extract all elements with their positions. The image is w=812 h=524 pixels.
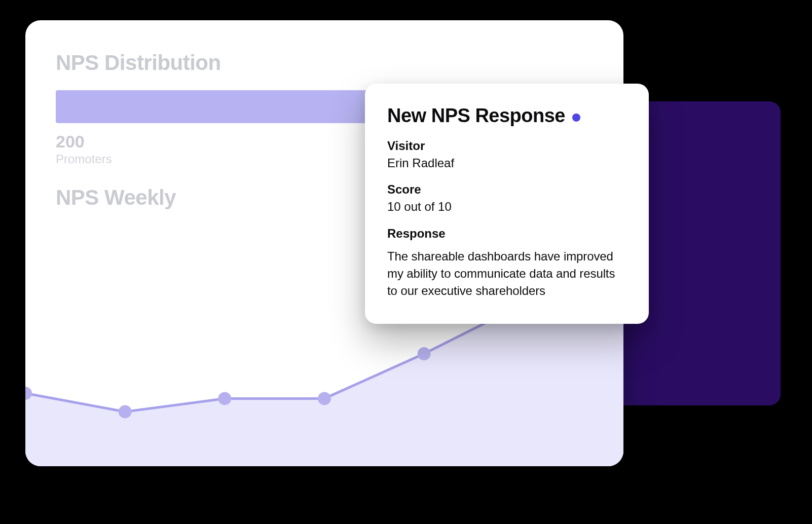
visitor-value: Erin Radleaf: [387, 155, 626, 171]
svg-point-1: [119, 405, 132, 419]
status-dot-icon: [572, 114, 580, 122]
response-label: Response: [387, 227, 626, 241]
score-value: 10 out of 10: [387, 199, 626, 215]
response-body: The shareable dashboards have improved m…: [387, 248, 626, 300]
promoters-count: 200: [56, 132, 414, 151]
svg-point-2: [218, 392, 231, 405]
nps-response-popup[interactable]: New NPS Response Visitor Erin Radleaf Sc…: [365, 84, 649, 324]
popup-title: New NPS Response: [387, 105, 565, 127]
svg-point-4: [418, 347, 431, 360]
score-label: Score: [387, 182, 626, 197]
promoters-label: Promoters: [56, 152, 414, 166]
distribution-title: NPS Distribution: [56, 51, 593, 75]
distribution-col-promoters: 200 Promoters: [56, 132, 414, 166]
visitor-label: Visitor: [387, 139, 626, 153]
svg-point-3: [318, 392, 331, 405]
distribution-segment-promoters: [56, 90, 414, 123]
